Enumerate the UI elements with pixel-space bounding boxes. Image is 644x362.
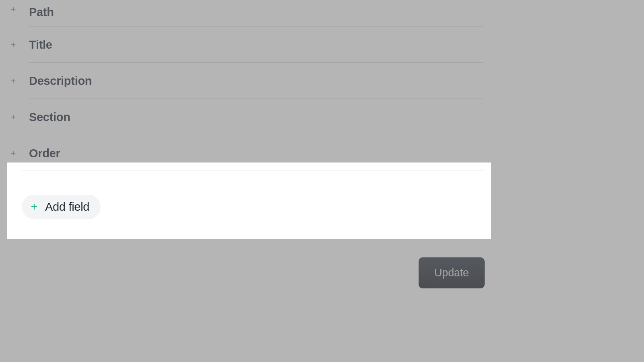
plus-icon[interactable] (10, 150, 17, 157)
field-label: Order (29, 147, 60, 160)
add-field-panel: Add field (7, 162, 491, 239)
plus-icon[interactable] (10, 113, 17, 121)
field-label: Title (29, 38, 52, 51)
field-row-section[interactable]: Section (7, 99, 483, 135)
field-row-title[interactable]: Title (7, 27, 483, 63)
add-field-label: Add field (45, 200, 89, 214)
add-field-button[interactable]: Add field (22, 195, 101, 219)
field-label: Description (29, 74, 92, 88)
plus-icon[interactable] (10, 77, 17, 84)
field-list: Path Title Description Section Order (0, 0, 483, 171)
update-button-label: Update (434, 267, 469, 279)
plus-icon[interactable] (10, 6, 17, 13)
field-label: Section (29, 111, 70, 124)
field-row-description[interactable]: Description (7, 63, 483, 99)
divider (22, 171, 485, 171)
field-row-path[interactable]: Path (7, 0, 483, 27)
plus-icon (30, 202, 39, 211)
update-button[interactable]: Update (419, 257, 485, 288)
plus-icon[interactable] (10, 41, 17, 48)
field-label: Path (29, 6, 54, 19)
